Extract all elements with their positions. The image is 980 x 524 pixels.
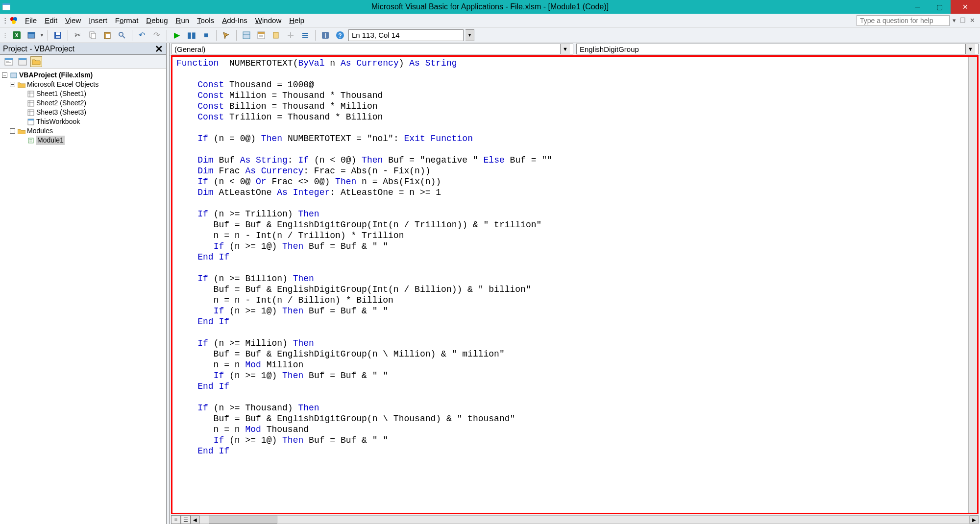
save-button[interactable] [51, 29, 64, 42]
copy-button[interactable] [86, 29, 99, 42]
scrollbar-thumb[interactable] [209, 516, 277, 524]
svg-marker-18 [223, 32, 229, 39]
app-icon [0, 3, 13, 10]
tree-item-label: ThisWorkbook [36, 117, 80, 126]
vba-system-icon[interactable] [8, 15, 19, 26]
code-editor-highlighted: Function NUMBERTOTEXT(ByVal n As Currenc… [171, 55, 979, 514]
tree-root[interactable]: −VBAProject (File.xlsm) [2, 71, 164, 80]
maximize-button[interactable]: ▢ [929, 0, 951, 14]
project-explorer-toolbar [0, 55, 166, 69]
undo-button[interactable]: ↶ [136, 29, 148, 42]
procedure-view-button[interactable]: ≡ [171, 515, 181, 524]
find-button[interactable] [116, 29, 128, 42]
svg-text:i: i [324, 32, 326, 39]
svg-point-16 [119, 32, 123, 36]
folder-icon [17, 82, 26, 88]
scroll-left-button[interactable]: ◀ [191, 515, 199, 524]
svg-rect-8 [28, 32, 35, 34]
menu-format[interactable]: Format [111, 15, 143, 26]
redo-button[interactable]: ↷ [150, 29, 163, 42]
menu-tools[interactable]: Tools [193, 15, 218, 26]
menu-edit[interactable]: Edit [41, 15, 61, 26]
svg-rect-1 [2, 3, 10, 5]
tree-excel-objects[interactable]: −Microsoft Excel Objects [2, 80, 164, 89]
project-explorer-close-button[interactable]: ✕ [152, 43, 166, 55]
svg-rect-41 [11, 73, 17, 78]
view-code-button[interactable] [3, 56, 15, 67]
menubar: ⋮ FFileile Edit View Insert Format Debug… [0, 14, 980, 27]
break-button[interactable]: ▮▮ [185, 29, 198, 42]
project-icon [9, 72, 18, 79]
project-explorer-title: Project - VBAProject ✕ [0, 43, 166, 55]
dropdown-arrow-icon[interactable]: ▼ [965, 44, 975, 54]
svg-text:?: ? [338, 32, 342, 39]
properties-window-button[interactable] [255, 29, 268, 42]
dropdown-arrow-icon[interactable]: ▼ [560, 44, 570, 54]
help-context-button[interactable]: i [319, 29, 332, 42]
project-explorer-button[interactable] [240, 29, 253, 42]
view-object-button[interactable] [17, 56, 28, 67]
view-excel-button[interactable]: X [10, 29, 23, 42]
sheet-icon [26, 91, 35, 97]
tree-module1[interactable]: Module1 [2, 136, 164, 145]
project-explorer-title-text: Project - VBAProject [3, 45, 74, 53]
svg-rect-25 [273, 32, 278, 38]
svg-rect-36 [5, 58, 13, 60]
position-dropdown-arrow[interactable]: ▾ [466, 29, 474, 41]
code-editor[interactable]: Function NUMBERTOTEXT(ByVal n As Currenc… [172, 57, 968, 513]
paste-button[interactable] [101, 29, 114, 42]
scroll-right-button[interactable]: ▶ [970, 515, 979, 524]
mdi-close-button[interactable]: ✕ [970, 17, 975, 24]
svg-text:X: X [15, 33, 19, 38]
tree-item-label: Sheet3 (Sheet3) [36, 108, 86, 117]
menu-run[interactable]: Run [172, 15, 194, 26]
run-button[interactable]: ▶ [171, 29, 183, 42]
object-combo-text: (General) [174, 45, 205, 53]
mdi-restore-button[interactable]: ❐ [960, 17, 966, 24]
dropdown-arrow-icon[interactable]: ▼ [40, 33, 44, 38]
full-module-view-button[interactable]: ☰ [181, 515, 191, 524]
menu-addins[interactable]: Add-Ins [218, 15, 251, 26]
tree-modules[interactable]: −Modules [2, 126, 164, 136]
menu-debug[interactable]: Debug [142, 15, 172, 26]
mdi-minimize-button[interactable]: ▾ [953, 17, 956, 24]
vertical-scrollbar[interactable] [968, 57, 977, 513]
toggle-folders-button[interactable] [30, 56, 42, 67]
svg-rect-48 [28, 110, 34, 116]
horizontal-scrollbar[interactable] [199, 515, 970, 524]
object-combo[interactable]: (General) ▼ [171, 44, 573, 54]
svg-rect-11 [56, 36, 60, 38]
menu-help[interactable]: Help [285, 15, 308, 26]
tree-sheet1[interactable]: Sheet1 (Sheet1) [2, 89, 164, 98]
tab-order-button[interactable] [299, 29, 312, 42]
toolbar-grip-icon: ⋮ [2, 31, 8, 39]
menu-file[interactable]: FFileile [21, 15, 41, 26]
insert-object-button[interactable] [25, 29, 38, 42]
svg-rect-40 [19, 58, 26, 60]
toolbox-button[interactable] [284, 29, 297, 42]
project-explorer: Project - VBAProject ✕ −VBAProject (File… [0, 43, 167, 524]
window-titlebar: Microsoft Visual Basic for Applications … [0, 0, 980, 14]
tree-sheet3[interactable]: Sheet3 (Sheet3) [2, 108, 164, 117]
minimize-button[interactable]: ─ [906, 0, 929, 14]
cut-button[interactable]: ✂ [72, 29, 84, 42]
reset-button[interactable]: ■ [200, 29, 213, 42]
close-button[interactable]: ✕ [951, 0, 980, 14]
procedure-combo-text: EnglishDigitGroup [580, 45, 639, 53]
help-button[interactable]: ? [334, 29, 346, 42]
project-tree[interactable]: −VBAProject (File.xlsm) −Microsoft Excel… [0, 69, 166, 524]
tree-sheet2[interactable]: Sheet2 (Sheet2) [2, 98, 164, 108]
window-title: Microsoft Visual Basic for Applications … [0, 2, 980, 11]
menu-window[interactable]: Window [251, 15, 285, 26]
svg-rect-53 [28, 138, 33, 143]
help-search-input[interactable] [857, 15, 950, 26]
cursor-position-box: Ln 113, Col 14 [348, 29, 464, 41]
design-mode-button[interactable] [220, 29, 233, 42]
menu-view[interactable]: View [61, 15, 85, 26]
tree-thisworkbook[interactable]: ThisWorkbook [2, 117, 164, 126]
object-browser-button[interactable] [270, 29, 282, 42]
menu-insert[interactable]: Insert [85, 15, 111, 26]
svg-rect-10 [56, 32, 60, 35]
tree-root-label: VBAProject (File.xlsm) [19, 71, 93, 80]
procedure-combo[interactable]: EnglishDigitGroup ▼ [576, 44, 979, 54]
